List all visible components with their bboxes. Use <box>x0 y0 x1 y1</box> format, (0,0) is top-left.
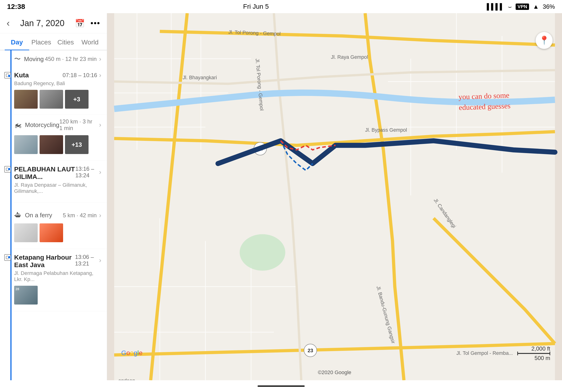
ferry-label: On a ferry <box>25 212 52 219</box>
moto-photo-2 <box>40 135 63 154</box>
ferry-photos[interactable] <box>14 224 101 242</box>
moving-item[interactable]: 〜 Moving 450 m · 12 hr 23 min › <box>14 50 107 68</box>
location-status-icon: ▲ <box>533 3 539 10</box>
ketapang-time: 13:06 – 13:21 <box>75 254 97 267</box>
location-button[interactable]: 📍 <box>536 32 553 49</box>
tab-places[interactable]: Places <box>29 34 54 50</box>
ketapang-photo-1: 28 <box>14 286 38 304</box>
timeline-dot-pelabuhan <box>8 168 11 171</box>
motorcycling-distance: 120 km · 3 hr 1 min <box>59 118 97 132</box>
timeline-dot-ketapang <box>8 256 11 259</box>
motorcycling-icon: 🏍 <box>14 121 22 129</box>
timeline-dot-kuta <box>8 74 11 78</box>
moving-distance: 450 m · 12 hr 23 min <box>45 56 97 62</box>
ketapang-name: Ketapang Harbour East Java <box>14 254 75 269</box>
svg-text:...andaan: ...andaan <box>114 378 135 380</box>
ferry-chevron: › <box>99 212 101 219</box>
home-bar <box>0 380 562 392</box>
signal-icon: ▌▌▌▌ <box>487 3 504 10</box>
location-icon: 📍 <box>539 35 550 45</box>
kuta-address: Badung Regency, Bali <box>14 80 101 87</box>
tab-world[interactable]: World <box>78 34 102 50</box>
ketapang-chevron: › <box>99 257 101 264</box>
home-indicator <box>258 385 305 387</box>
kuta-photo-2 <box>40 90 63 109</box>
ferry-distance: 5 km · 42 min <box>63 212 97 219</box>
calendar-button[interactable]: 📅 <box>75 19 85 28</box>
pelabuhan-time: 13:16 – 13:24 <box>75 166 97 179</box>
moving-label: Moving <box>24 56 44 63</box>
battery-indicator: 36% <box>543 3 555 10</box>
status-icons: ▌▌▌▌ ⌣ VPN ▲ 36% <box>487 3 555 10</box>
vpn-badge: VPN <box>516 3 529 10</box>
google-logo: Google <box>121 349 142 357</box>
pelabuhan-stop[interactable]: PELABUHAN LAUT GILIMA... 13:16 – 13:24 ›… <box>14 161 107 202</box>
kuta-photo-more[interactable]: +3 <box>65 90 89 109</box>
ketapang-address: Jl. Dermaga Pelabuhan Ketapang, Lkr. Kp.… <box>14 270 101 282</box>
svg-point-20 <box>240 234 285 271</box>
svg-text:Jl. Bhayangkari: Jl. Bhayangkari <box>183 75 217 80</box>
ketapang-stop[interactable]: Ketapang Harbour East Java 13:06 – 13:21… <box>14 249 107 311</box>
tab-day[interactable]: Day <box>5 34 29 50</box>
moto-photo-1 <box>14 135 38 154</box>
moto-photo-more[interactable]: +13 <box>65 135 89 154</box>
kuta-photos[interactable]: +3 <box>14 90 101 109</box>
svg-text:Jl. Raya Gempol: Jl. Raya Gempol <box>331 54 368 60</box>
scale-ft-label: 2,000 ft <box>531 346 550 352</box>
ferry-photo-2 <box>40 224 63 242</box>
map-annotation: you can do someeducated guesses <box>458 90 510 113</box>
kuta-photo-1 <box>14 90 38 109</box>
map-panel[interactable]: 24 23 Jl. Tol Porong - Gempol Jl. Tol Po… <box>107 13 562 380</box>
back-button[interactable]: ‹ <box>7 18 10 28</box>
svg-text:Jl. Tol Gempol - Remba...: Jl. Tol Gempol - Remba... <box>456 350 513 356</box>
kuta-name: Kuta <box>14 71 29 79</box>
svg-text:23: 23 <box>307 348 313 353</box>
motorcycling-photos[interactable]: +13 <box>14 135 101 154</box>
ferry-icon: ⛴ <box>14 211 22 220</box>
kuta-stop[interactable]: Kuta 07:18 – 10:16 › Badung Regency, Bal… <box>14 68 107 114</box>
motorcycling-chevron: › <box>99 121 101 129</box>
moving-chevron: › <box>99 55 101 63</box>
ferry-photo-1 <box>14 224 38 242</box>
pelabuhan-chevron: › <box>99 168 101 176</box>
ferry-item[interactable]: ⛴ On a ferry 5 km · 42 min › <box>14 202 107 249</box>
motorcycling-item[interactable]: 🏍 Motorcycling 120 km · 3 hr 1 min › +13 <box>14 114 107 161</box>
svg-text:Jl. Bypass Gempol: Jl. Bypass Gempol <box>365 127 407 133</box>
motorcycling-label: Motorcycling <box>25 121 59 129</box>
more-button[interactable]: ••• <box>90 19 100 28</box>
wifi-icon: ⌣ <box>508 3 512 10</box>
moving-icon: 〜 <box>14 55 21 64</box>
status-date: Fri Jun 5 <box>243 3 269 10</box>
pelabuhan-address: Jl. Raya Denpasar – Gilimanuk, Gilimanuk… <box>14 182 101 194</box>
kuta-chevron: › <box>99 71 101 79</box>
map-copyright: ©2020 Google <box>318 370 351 376</box>
map-scale: 2,000 ft 500 m <box>517 346 550 361</box>
page-title: Jan 7, 2020 <box>20 18 65 28</box>
pelabuhan-name: PELABUHAN LAUT GILIMA... <box>14 166 75 181</box>
kuta-time: 07:18 – 10:16 <box>63 72 97 78</box>
scale-m-label: 500 m <box>534 355 550 361</box>
tab-cities[interactable]: Cities <box>53 34 78 50</box>
ketapang-photos[interactable]: 28 <box>14 286 101 304</box>
status-time: 12:38 <box>7 3 25 11</box>
